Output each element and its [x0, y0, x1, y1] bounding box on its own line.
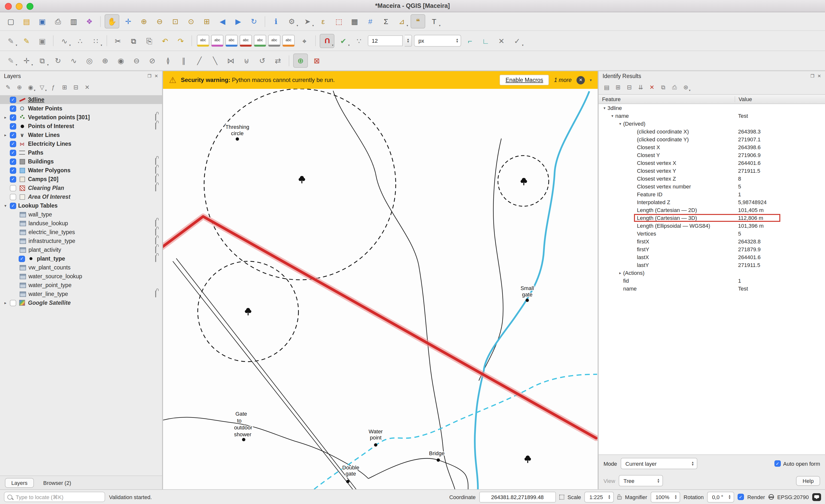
layer-checkbox[interactable] — [10, 150, 16, 156]
zoom-next-button[interactable]: ▶ ▾ — [231, 15, 245, 28]
copy-feature-button[interactable]: ⧉ ▾ — [658, 82, 668, 92]
layer-checkbox[interactable] — [10, 202, 16, 209]
merge-features-button[interactable]: ⋈ ▾ — [224, 54, 238, 67]
layer-row[interactable]: water_line_type — [0, 289, 162, 299]
identify-row[interactable]: lastX 264401.6 — [599, 253, 825, 261]
zoom-full-button[interactable]: ⊡ ▾ — [168, 15, 182, 28]
map-canvas[interactable]: Threshing circle Small gate Gate to outd… — [163, 89, 598, 489]
reshape-features-button[interactable]: ≬ ▾ — [161, 54, 175, 67]
row-expander-icon[interactable] — [617, 271, 623, 275]
layer-row[interactable]: Lookup Tables — [0, 201, 162, 210]
collapse-tree-button[interactable]: ⊟ ▾ — [624, 82, 634, 92]
point-outdoor-shower-gate[interactable] — [242, 438, 245, 441]
point-threshing-circle[interactable] — [236, 138, 239, 141]
paste-features-button[interactable]: ⎘ ▾ — [142, 34, 156, 48]
expand-new-results-button[interactable]: ⇊ ▾ — [635, 82, 646, 92]
digitizing-mode-button[interactable]: ∿ ▾ — [58, 34, 71, 48]
deselect-features-button[interactable]: ⬚ ▾ — [332, 15, 346, 28]
identify-row[interactable]: Feature ID 1 — [599, 190, 825, 198]
identify-row[interactable]: name Test — [599, 285, 825, 292]
filter-by-expression-button[interactable]: ƒ ▾ — [48, 82, 59, 92]
auto-open-form-checkbox[interactable] — [774, 460, 781, 467]
simplify-feature-button[interactable]: ∿ ▾ — [67, 54, 81, 67]
split-features-button[interactable]: ╱ ▾ — [193, 54, 206, 67]
layer-row[interactable]: Water Points — [0, 104, 162, 113]
enable-macros-button[interactable]: Enable Macros — [500, 75, 549, 85]
point-small-gate[interactable] — [526, 299, 529, 302]
open-project-button[interactable]: ▤ ▾ — [20, 15, 33, 28]
statistics-button[interactable]: Σ ▾ — [379, 15, 393, 28]
toggle-editing-button[interactable]: ✎ ▾ — [20, 34, 33, 48]
identify-row[interactable]: Interpolated Z 5,98748924 — [599, 198, 825, 206]
zoom-last-button[interactable]: ◀ ▾ — [216, 15, 229, 28]
expand-tree-button[interactable]: ⊞ ▾ — [613, 82, 623, 92]
layer-row[interactable]: Water Lines — [0, 131, 162, 139]
identify-row[interactable]: firstY 271879.9 — [599, 245, 825, 253]
scale-select[interactable]: 1:225 ▲▼ — [584, 492, 614, 502]
open-layer-styling-button[interactable]: ✎ ▾ — [3, 82, 13, 92]
layer-expander-icon[interactable] — [3, 115, 8, 119]
layer-row[interactable]: Area Of Interest — [0, 192, 162, 201]
rotation-select[interactable]: 0,0 ° ▲▼ — [707, 492, 734, 502]
layer-checkbox[interactable] — [10, 158, 16, 165]
identify-row[interactable]: Closest vertex Z 8 — [599, 175, 825, 183]
toolbar-button[interactable]: ▾ — [289, 55, 289, 66]
layer-row[interactable]: wall_type — [0, 210, 162, 219]
clear-results-button[interactable]: ✕ ▾ — [647, 82, 657, 92]
snapping-options-button[interactable]: U ▾ — [320, 33, 334, 48]
offset-point-symbol-button[interactable]: ⇄ ▾ — [271, 54, 285, 67]
line-extension-button[interactable]: ⌐ ▾ — [463, 34, 477, 48]
layer-checkbox[interactable] — [10, 185, 16, 191]
help-button[interactable]: Help — [796, 476, 820, 486]
new-project-button[interactable]: ▢ ▾ — [4, 15, 18, 28]
layer-checkbox[interactable] — [10, 141, 16, 147]
layer-styling-button[interactable]: abc — [211, 35, 223, 47]
toolbar-button[interactable]: ▾ — [100, 16, 101, 27]
zoom-to-selection-button[interactable]: ⊙ ▾ — [184, 15, 198, 28]
collapse-all-button[interactable]: ⊟ ▾ — [71, 82, 81, 92]
identify-row[interactable]: firstX 264328.8 — [599, 238, 825, 245]
manage-map-themes-button[interactable]: ◉ ▾ — [25, 82, 36, 92]
identify-row[interactable]: Length (Cartesian — 3D) 112,806 m — [599, 214, 825, 222]
map-tips-button[interactable]: ❝ ▾ — [410, 14, 425, 28]
identify-row[interactable]: (Actions) — [599, 269, 825, 277]
field-calculator-button[interactable]: # ▾ — [363, 15, 377, 28]
change-label-button[interactable]: abc — [282, 35, 295, 47]
highlight-labels-button[interactable]: abc — [240, 35, 252, 47]
close-window-button[interactable] — [5, 3, 12, 10]
layer-expander-icon[interactable] — [3, 203, 8, 208]
toolbar-button[interactable]: ▾ — [315, 35, 316, 46]
locate-search-box[interactable] — [4, 492, 105, 502]
layer-checkbox[interactable] — [10, 132, 16, 138]
pan-map-button[interactable]: ✋ ▾ — [104, 14, 119, 28]
label-size-unit-select[interactable]: px ▲▼ — [414, 35, 461, 47]
zoom-out-button[interactable]: ⊖ ▾ — [153, 15, 166, 28]
rotate-feature-button[interactable]: ↻ ▾ — [51, 54, 65, 67]
toolbar-button[interactable]: ▾ — [265, 16, 265, 27]
rotate-label-button[interactable]: abc — [268, 35, 280, 47]
avoid-overlap-button[interactable]: ✕ ▾ — [495, 34, 508, 48]
select-features-button[interactable]: ➤ ▾ — [301, 15, 314, 28]
minimize-window-button[interactable] — [16, 3, 22, 10]
more-messages-link[interactable]: 1 more — [554, 77, 572, 83]
delete-part-button[interactable]: ⊘ ▾ — [145, 54, 159, 67]
layer-row[interactable]: Points of Interest — [0, 122, 162, 131]
point-bridge[interactable] — [437, 458, 440, 462]
style-manager-button[interactable]: ❖ ▾ — [82, 15, 96, 28]
identify-row[interactable]: Closest X 264398.6 — [599, 143, 825, 151]
layer-row[interactable]: vw_plant_counts — [0, 263, 162, 272]
filter-legend-button[interactable]: ▽ ▾ — [37, 82, 47, 92]
column-value[interactable]: Value — [735, 96, 752, 102]
locate-input[interactable] — [15, 493, 102, 500]
identify-row[interactable]: Length (Cartesian — 2D) 101,405 m — [599, 206, 825, 214]
new-print-layout-button[interactable]: ⎙ ▾ — [51, 15, 65, 28]
layer-row[interactable]: water_source_lookup — [0, 272, 162, 281]
layer-checkbox[interactable] — [10, 300, 16, 306]
split-parts-button[interactable]: ╲ ▾ — [208, 54, 222, 67]
identify-settings-button[interactable]: ⊛ ▾ — [681, 82, 691, 92]
run-feature-action-button[interactable]: ⚙ ▾ — [285, 15, 299, 28]
copy-features-button[interactable]: ⧉ ▾ — [127, 34, 140, 48]
layer-row[interactable]: Vegetation points [301] — [0, 113, 162, 122]
float-panel-icon[interactable]: ❐ — [148, 73, 151, 78]
crs-icon[interactable] — [768, 494, 774, 500]
